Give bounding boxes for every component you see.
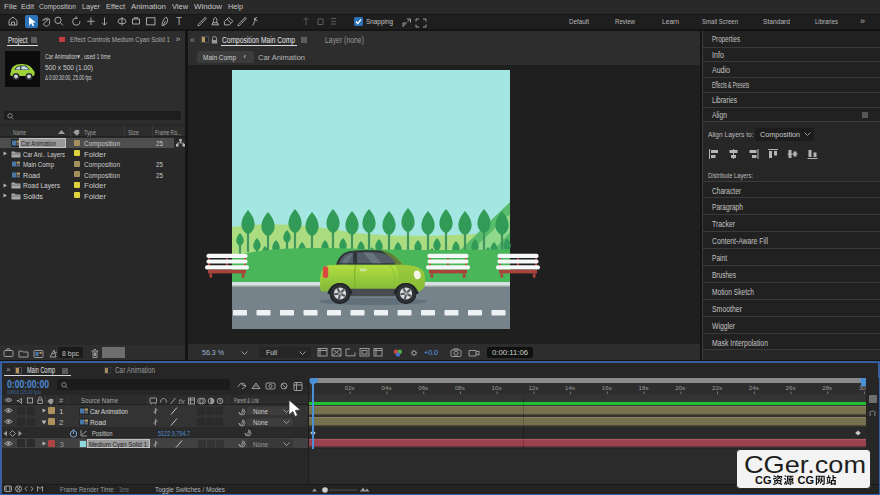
svg-text:02s: 02s — [345, 384, 355, 391]
svg-text:10s: 10s — [492, 384, 502, 391]
svg-text:CG: CG — [798, 473, 815, 485]
svg-text:28s: 28s — [822, 384, 832, 391]
svg-text:22s: 22s — [712, 384, 722, 391]
svg-text:08s: 08s — [455, 384, 465, 391]
svg-text:18s: 18s — [639, 384, 649, 391]
svg-text:16s: 16s — [602, 384, 612, 391]
svg-text:14s: 14s — [565, 384, 575, 391]
svg-text:24s: 24s — [749, 384, 759, 391]
svg-text:04s: 04s — [382, 384, 392, 391]
svg-text:26s: 26s — [786, 384, 796, 391]
svg-text:CG: CG — [755, 473, 772, 485]
svg-text:12s: 12s — [528, 384, 538, 391]
svg-text:20s: 20s — [675, 384, 685, 391]
svg-text:06s: 06s — [418, 384, 428, 391]
